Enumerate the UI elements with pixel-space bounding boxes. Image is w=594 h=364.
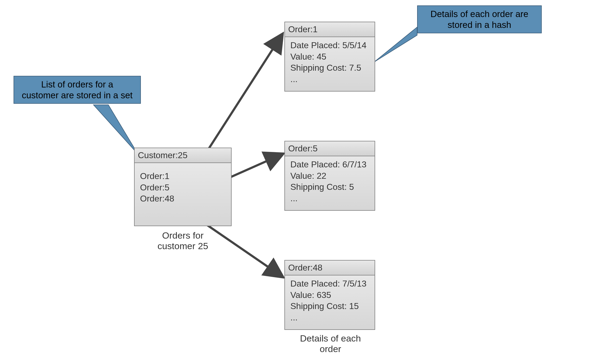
order-field-ship: Shipping Cost: 15 bbox=[290, 301, 370, 312]
order-hash-header: Order:1 bbox=[285, 22, 375, 37]
order-field-ship: Shipping Cost: 7.5 bbox=[290, 62, 370, 74]
customer-set-box: Customer:25 Order:1 Order:5 Order:48 bbox=[134, 148, 232, 226]
callout-set-line1: List of orders for a bbox=[19, 79, 135, 90]
order-field-date: Date Placed: 5/5/14 bbox=[290, 40, 370, 51]
order-hash-header: Order:48 bbox=[285, 261, 375, 275]
callout-pointer-left bbox=[93, 105, 138, 154]
order-field-value: Value: 22 bbox=[290, 170, 370, 182]
order-field-date: Date Placed: 7/5/13 bbox=[290, 278, 370, 290]
callout-hash-line2: stored in a hash bbox=[423, 20, 536, 30]
orders-caption: Details of each order bbox=[293, 333, 368, 354]
order-field-more: ... bbox=[290, 312, 370, 323]
order-hash-body: Date Placed: 6/7/13 Value: 22 Shipping C… bbox=[285, 156, 375, 207]
callout-set-line2: customer are stored in a set bbox=[19, 90, 135, 101]
customer-set-item: Order:1 bbox=[140, 171, 227, 182]
order-hash-header: Order:5 bbox=[285, 141, 375, 156]
order-field-more: ... bbox=[290, 74, 370, 85]
customer-set-item: Order:5 bbox=[140, 182, 227, 193]
order-hash-box: Order:1 Date Placed: 5/5/14 Value: 45 Sh… bbox=[284, 22, 375, 92]
order-field-ship: Shipping Cost: 5 bbox=[290, 181, 370, 193]
callout-pointer-right bbox=[374, 27, 417, 62]
orders-caption-line1: Details of each bbox=[293, 333, 368, 344]
order-field-value: Value: 635 bbox=[290, 290, 370, 301]
order-hash-body: Date Placed: 5/5/14 Value: 45 Shipping C… bbox=[285, 37, 375, 88]
order-field-more: ... bbox=[290, 193, 370, 204]
customer-caption-line2: customer 25 bbox=[145, 241, 221, 251]
diagram-stage: List of orders for a customer are stored… bbox=[0, 0, 594, 364]
customer-set-body: Order:1 Order:5 Order:48 bbox=[135, 163, 231, 208]
order-field-date: Date Placed: 6/7/13 bbox=[290, 159, 370, 170]
customer-set-header: Customer:25 bbox=[135, 148, 231, 163]
orders-caption-line2: order bbox=[293, 344, 368, 354]
order-hash-box: Order:48 Date Placed: 7/5/13 Value: 635 … bbox=[284, 260, 375, 330]
customer-caption-line1: Orders for bbox=[145, 230, 221, 241]
order-hash-body: Date Placed: 7/5/13 Value: 635 Shipping … bbox=[285, 275, 375, 326]
callout-hash: Details of each order are stored in a ha… bbox=[417, 5, 542, 33]
callout-hash-line1: Details of each order are bbox=[423, 9, 536, 20]
order-hash-box: Order:5 Date Placed: 6/7/13 Value: 22 Sh… bbox=[284, 141, 375, 211]
customer-caption: Orders for customer 25 bbox=[145, 230, 221, 251]
customer-set-item: Order:48 bbox=[140, 193, 227, 204]
callout-set: List of orders for a customer are stored… bbox=[14, 76, 141, 104]
order-field-value: Value: 45 bbox=[290, 51, 370, 63]
